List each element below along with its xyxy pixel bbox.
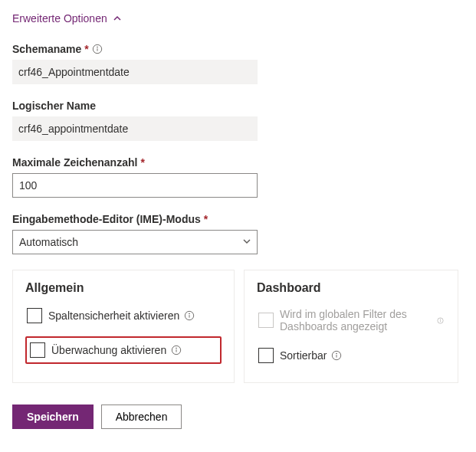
advanced-options-label: Erweiterte Optionen [12, 12, 107, 25]
chevron-up-icon [112, 13, 123, 24]
ime-mode-label: Eingabemethode-Editor (IME)-Modus * [12, 213, 464, 225]
field-logicalname: Logischer Name [12, 100, 464, 141]
advanced-options-toggle[interactable]: Erweiterte Optionen [12, 12, 123, 25]
field-maxlength: Maximale Zeichenanzahl * [12, 156, 464, 198]
schemaname-input [12, 60, 258, 84]
card-general: Allgemein Spaltensicherheit aktivieren Ü… [12, 270, 235, 383]
info-icon[interactable] [184, 310, 195, 321]
save-button[interactable]: Speichern [12, 405, 94, 429]
svg-point-5 [189, 313, 190, 314]
checkbox-column-security-label: Spaltensicherheit aktivieren [48, 310, 195, 322]
checkbox-auditing[interactable] [30, 342, 45, 358]
schemaname-label: Schemaname * [12, 43, 464, 55]
logicalname-label: Logischer Name [12, 100, 464, 112]
ime-mode-select[interactable]: Automatisch [12, 230, 258, 254]
checkbox-global-filter-label: Wird im globalen Filter des Dashboards a… [280, 308, 444, 332]
checkbox-sortable-label: Sortierbar [280, 349, 342, 362]
info-icon[interactable] [331, 350, 342, 361]
logicalname-input [12, 116, 258, 141]
svg-point-11 [440, 319, 441, 319]
checkbox-column-security[interactable] [27, 308, 42, 323]
field-schemaname: Schemaname * [12, 43, 464, 84]
checkbox-auditing-label: Überwachung aktivieren [51, 344, 182, 356]
checkbox-global-filter [258, 313, 274, 328]
required-marker: * [204, 213, 208, 225]
svg-point-2 [97, 47, 97, 47]
required-marker: * [140, 156, 144, 169]
svg-point-8 [176, 348, 177, 349]
field-ime-mode: Eingabemethode-Editor (IME)-Modus * Auto… [12, 213, 464, 254]
card-general-title: Allgemein [25, 281, 222, 295]
info-icon[interactable] [92, 44, 103, 54]
checkbox-sortable[interactable] [258, 348, 274, 363]
cancel-button[interactable]: Abbrechen [101, 405, 182, 429]
maxlength-input[interactable] [12, 173, 258, 198]
card-dashboard-title: Dashboard [257, 281, 445, 295]
info-icon[interactable] [437, 315, 444, 326]
maxlength-label: Maximale Zeichenanzahl * [12, 156, 464, 169]
required-marker: * [84, 43, 88, 55]
info-icon[interactable] [171, 345, 182, 355]
svg-point-14 [336, 353, 337, 354]
card-dashboard: Dashboard Wird im globalen Filter des Da… [244, 270, 458, 383]
